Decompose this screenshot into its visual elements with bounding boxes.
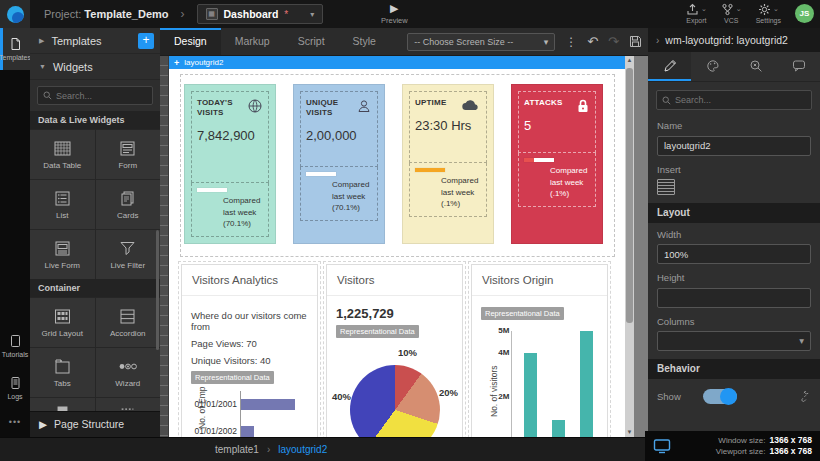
stat-card-main: TODAY'S VISITS 7,842,900 — [191, 91, 269, 183]
visitors-analytics-panel[interactable]: Visitors Analytics Where do our visitors… — [181, 264, 318, 437]
widget-tile-live-filter[interactable]: Live Filter — [96, 230, 161, 279]
breadcrumb-widget[interactable]: layoutgrid2 — [278, 444, 327, 455]
stat-card[interactable]: ATTACKS 5 Compared last week (.1%) — [511, 84, 603, 244]
widgets-section-header[interactable]: ▼ Widgets — [30, 54, 160, 80]
height-input[interactable] — [657, 288, 811, 308]
chevron-down-icon: ⌄ — [701, 5, 707, 13]
rail-item-templates[interactable]: Templates — [0, 28, 30, 70]
user-avatar[interactable]: JS — [795, 4, 814, 23]
export-button[interactable]: ⌄ Export — [686, 2, 707, 24]
breadcrumb-page[interactable]: template1 — [215, 444, 259, 455]
selected-widget-bar[interactable]: + layoutgrid2 — [169, 56, 626, 69]
scrollbar-thumb[interactable] — [626, 68, 633, 323]
widget-tile-data-table[interactable]: Data Table — [30, 130, 95, 179]
caret-down-icon: ▾ — [799, 335, 804, 346]
design-canvas[interactable]: + layoutgrid2 TODAY'S VISITS 7,842,900 — [169, 56, 626, 437]
widget-tile-form[interactable]: Form — [96, 130, 161, 179]
panel-body: Representational Data No. of visitors 02… — [472, 296, 607, 437]
rail-spacer — [0, 70, 30, 325]
widget-tile-cards[interactable]: Cards — [96, 180, 161, 229]
stat-card-main: UPTIME 23:30 Hrs — [409, 91, 487, 163]
widget-tile-accordion[interactable]: Accordion — [96, 298, 161, 347]
stat-card[interactable]: TODAY'S VISITS 7,842,900 Compared last w… — [184, 84, 276, 244]
stat-card-value: 23:30 Hrs — [415, 118, 481, 134]
analytics-panels-row: Visitors Analytics Where do our visitors… — [181, 264, 614, 437]
scroll-up-arrow[interactable]: ▲ — [625, 56, 634, 65]
palette-filler — [30, 435, 160, 437]
growth-chart-ylabel: No. of Emp — [197, 386, 207, 429]
stat-card-compare: Compared last week (70.1%) — [191, 183, 269, 237]
screen-size-select[interactable]: -- Choose Screen Size -- ▾ — [407, 33, 555, 51]
rail-item-logs[interactable]: Logs — [0, 367, 30, 409]
app-logo[interactable] — [0, 0, 30, 28]
widget-tile-clipped[interactable] — [30, 398, 95, 411]
canvas-scrollbar[interactable]: ▲ ▼ — [625, 56, 634, 437]
tile-label: Grid Layout — [42, 329, 83, 338]
widget-search-input[interactable] — [56, 91, 146, 101]
project-label: Project: — [44, 8, 81, 20]
rail-more-button[interactable]: ••• — [0, 409, 30, 437]
add-template-button[interactable]: + — [138, 33, 154, 49]
widget-tile-clipped[interactable] — [96, 398, 161, 411]
bind-link-icon[interactable] — [799, 390, 811, 402]
rail-item-tutorials[interactable]: Tutorials — [0, 325, 30, 367]
settings-button[interactable]: ⌄ Settings — [756, 2, 781, 24]
properties-title: wm-layoutgrid: layoutgrid2 — [665, 34, 788, 46]
width-input[interactable] — [657, 244, 811, 264]
preview-button[interactable]: ▶ Preview — [381, 3, 408, 25]
clipped-widget-icon — [118, 402, 137, 411]
progress-bar — [415, 168, 445, 172]
widget-tile-live-form[interactable]: Live Form — [30, 230, 95, 279]
tab-markup[interactable]: Markup — [221, 28, 284, 55]
collapse-arrow-icon: ▶ — [39, 418, 47, 430]
clipped-widget-icon — [53, 402, 72, 411]
page-selector-dropdown[interactable]: ▦ Dashboard * ▾ — [197, 4, 324, 24]
size-readout: Window size: 1366 x 768 Viewport size: 1… — [679, 435, 812, 457]
properties-search[interactable] — [656, 90, 812, 110]
editor-toolbar: Design Markup Script Style -- Choose Scr… — [160, 28, 648, 56]
tile-label: Data Table — [43, 161, 81, 170]
tile-label: List — [56, 211, 68, 220]
move-handle-icon[interactable]: + — [174, 58, 179, 68]
size-overlay: Window size: 1366 x 768 Viewport size: 1… — [645, 431, 820, 461]
tile-label: Tabs — [54, 379, 71, 388]
tab-properties[interactable] — [648, 52, 691, 81]
widget-tile-wizard[interactable]: Wizard — [96, 348, 161, 397]
widget-tile-grid-layout[interactable]: Grid Layout — [30, 298, 95, 347]
tab-script[interactable]: Script — [284, 28, 339, 55]
progress-bar — [524, 158, 554, 162]
columns-select[interactable]: ▾ — [657, 331, 811, 351]
scroll-down-arrow[interactable]: ▼ — [625, 428, 634, 437]
collapse-panel-icon[interactable]: › — [656, 35, 659, 46]
more-options-button[interactable]: ⋮ — [565, 35, 577, 49]
tab-search-properties[interactable] — [734, 52, 777, 81]
insert-row-icon[interactable] — [657, 179, 675, 195]
tab-styles[interactable] — [691, 52, 734, 81]
widget-search[interactable] — [37, 86, 153, 105]
pie-label: 40% — [332, 391, 351, 402]
widget-tile-list[interactable]: List — [30, 180, 95, 229]
tab-style[interactable]: Style — [339, 28, 390, 55]
stat-card[interactable]: UNIQUE VISITS 2,00,000 Compared last wee… — [293, 84, 385, 244]
save-button[interactable] — [629, 35, 642, 48]
pie-label: 10% — [398, 347, 417, 358]
compare-text: Compared last week (.1%) — [415, 175, 481, 210]
widget-tile-tabs[interactable]: Tabs — [30, 348, 95, 397]
redo-button[interactable]: ↷ — [608, 34, 619, 49]
visitors-origin-panel[interactable]: Visitors Origin Representational Data No… — [471, 264, 608, 437]
visitors-panel[interactable]: Visitors 1,225,729 Representational Data… — [326, 264, 463, 437]
vcs-button[interactable]: ⌄ VCS — [721, 2, 742, 24]
stat-card[interactable]: UPTIME 23:30 Hrs Compared last week (.1%… — [402, 84, 494, 244]
templates-section-header[interactable]: ▶ Templates + — [30, 28, 160, 54]
tab-design[interactable]: Design — [160, 28, 221, 55]
chat-icon — [792, 59, 806, 72]
undo-button[interactable]: ↶ — [587, 34, 598, 49]
palette-scrollbar[interactable] — [156, 230, 159, 350]
tab-comments[interactable] — [777, 52, 820, 81]
properties-search-input[interactable] — [675, 95, 795, 105]
page-structure-header[interactable]: ▶ Page Structure — [30, 411, 160, 435]
show-toggle[interactable] — [703, 389, 737, 404]
project-title: Project: Template_Demo — [44, 8, 169, 20]
name-input[interactable] — [657, 136, 811, 156]
expand-arrow-icon: ▼ — [39, 63, 46, 70]
